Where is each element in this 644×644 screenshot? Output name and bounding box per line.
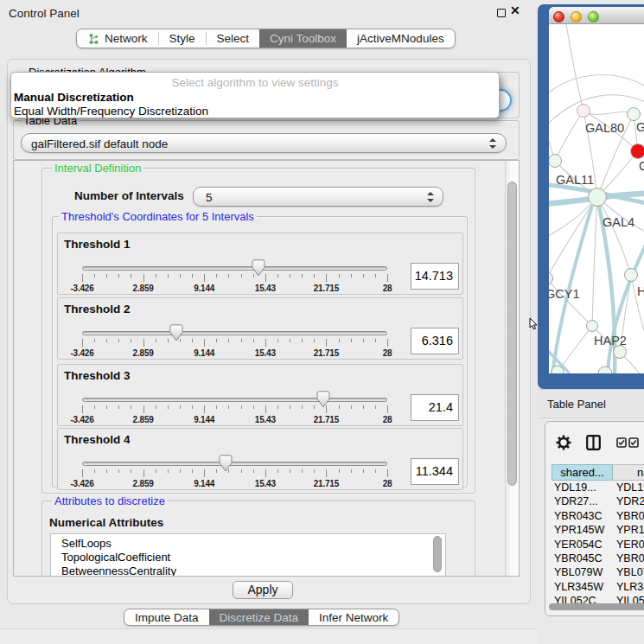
tick-label: -3.426 [70,479,93,488]
table-row[interactable]: YBR043CYBR04 [545,510,644,524]
horizontal-scrollbar[interactable] [549,603,644,610]
dropdown-option-manual[interactable]: Manual Discretization [11,91,499,105]
tick-label: 21.715 [314,479,339,488]
table-row[interactable]: YLR345WYLR34 [545,581,644,595]
interval-definition-group: Interval Definition Number of Intervals … [41,168,475,494]
table-row[interactable]: YPR145WYPR14 [545,524,644,538]
tick-label: 2.859 [133,415,154,424]
network-icon [87,33,99,45]
table-row[interactable]: YDL19...YDL19 [545,481,644,495]
algorithm-dropdown-popup: Select algorithm to view settings Manual… [10,72,500,118]
tick-label: 28 [383,284,392,293]
table-row[interactable]: YBR045CYBR04 [545,552,644,566]
node [552,366,564,373]
table-data-combobox[interactable]: galFiltered.sif default node [21,133,507,153]
tick-label: 28 [383,415,392,424]
apply-button[interactable]: Apply [233,581,293,599]
tick-label: 21.715 [314,348,339,358]
threshold-value-field[interactable]: 14.713 [411,263,459,290]
tick-label: 15.43 [255,415,276,424]
minimize-traffic-light[interactable] [571,11,582,22]
tick-label: 2.859 [133,284,154,293]
slider-ticks [82,469,387,477]
network-window-titlebar[interactable] [549,7,644,24]
attributes-group: Attributes to discretize Numerical Attri… [41,501,475,577]
slider-tick-labels: -3.4262.8599.14415.4321.71528 [82,348,387,359]
tick-label: 28 [383,348,392,358]
group-title: Attributes to discretize [52,494,168,507]
table-row[interactable]: YDR27...YDR27 [545,495,644,509]
list-item[interactable]: TopologicalCoefficient [51,551,445,564]
column-header-name[interactable]: name [613,464,644,481]
dropdown-placeholder: Select algorithm to view settings [11,76,499,90]
table-row[interactable]: YBL079WYBL07 [545,566,644,580]
tick-label: 9.144 [194,415,214,424]
node-label: GAL80 [585,121,624,135]
node-gal80 [577,105,590,118]
close-icon[interactable]: ✕ [510,3,520,17]
list-item[interactable]: BetweennessCentrality [51,564,445,577]
float-window-icon[interactable] [497,9,506,17]
tick-label: 28 [383,479,392,488]
checkbox-icon[interactable] [616,437,627,448]
tick-label: 9.144 [194,479,214,488]
threshold-label: Threshold 1 [64,238,131,251]
scrollbar-thumb[interactable] [507,182,517,486]
node-gal11 [549,155,562,168]
tab-infer-network[interactable]: Infer Network [309,609,399,625]
dropdown-option-equal-width[interactable]: Equal Width/Frequency Discretization [11,105,499,118]
gear-icon[interactable] [556,435,571,450]
network-window-frame: GAL80 GA GA GAL11 GAL4 GCY1 H HAP2 [538,4,644,389]
tab-cyni-toolbox[interactable]: Cyni Toolbox [259,29,347,48]
node-label: H [637,284,644,298]
slider-track[interactable] [82,398,387,402]
node-label: HAP2 [594,334,627,348]
threshold-panel-2: Threshold 2 -3.4262.8599.14415.4321.7152… [57,297,463,360]
slider-track[interactable] [82,331,387,335]
cyni-toolbox-panel: Discretization Algorithm Table Data galF… [7,59,531,604]
vertical-scrollbar[interactable] [505,161,519,576]
tick-label: -3.426 [70,284,93,293]
tab-jactivemnodules[interactable]: jActiveMNodules [347,29,455,48]
node-label: GA [639,159,644,173]
threshold-label: Threshold 4 [64,433,131,446]
group-title: Threshold's Coordinates for 5 Intervals [59,210,257,223]
tab-select[interactable]: Select [207,29,260,48]
close-traffic-light[interactable] [553,11,564,22]
threshold-value-field[interactable]: 6.316 [411,328,459,354]
threshold-label: Threshold 3 [64,369,131,382]
slider-ticks [82,339,387,347]
table-rows: YDL19...YDL19 YDR27...YDR27 YBR043CYBR04… [545,481,644,609]
list-item[interactable]: SelfLoops [51,534,445,551]
attributes-list[interactable]: SelfLoops TopologicalCoefficient Between… [50,533,446,577]
tab-impute-data[interactable]: Impute Data [124,609,209,625]
network-canvas[interactable]: GAL80 GA GA GAL11 GAL4 GCY1 H HAP2 [549,24,644,373]
table-data-group: Table Data galFiltered.sif default node [13,120,520,160]
checkbox-icon[interactable] [628,437,639,448]
tab-style[interactable]: Style [159,29,206,48]
slider-track[interactable] [82,266,387,271]
tick-label: 2.859 [133,479,154,488]
threshold-value-field[interactable]: 11.344 [411,458,459,485]
column-header-shared-name[interactable]: shared... [552,464,613,481]
table-row[interactable]: YER054CYER05 [545,539,644,552]
list-scrollbar[interactable] [433,536,442,572]
tick-label: 9.144 [194,284,214,293]
tab-discretize-data[interactable]: Discretize Data [209,609,309,625]
number-of-intervals-spinner[interactable]: 5 [193,187,443,207]
tab-network[interactable]: Network [77,29,158,48]
threshold-label: Threshold 2 [64,303,131,316]
slider-track[interactable] [82,462,387,466]
node [628,108,641,121]
tick-label: 15.43 [255,479,276,488]
top-tab-bar: Network Style Select Cyni Toolbox jActiv… [76,29,456,48]
tick-label: 21.715 [314,284,339,293]
node-label: GCY1 [549,287,580,301]
table-panel-header: Table Panel [538,389,644,418]
table-panel: shared... name YDL19...YDL19 YDR27...YDR… [545,421,644,616]
node-label: GAL11 [556,173,594,187]
columns-icon[interactable] [586,435,601,450]
mouse-cursor [529,318,538,330]
zoom-traffic-light[interactable] [588,11,599,22]
threshold-value-field[interactable]: 21.4 [411,394,459,421]
